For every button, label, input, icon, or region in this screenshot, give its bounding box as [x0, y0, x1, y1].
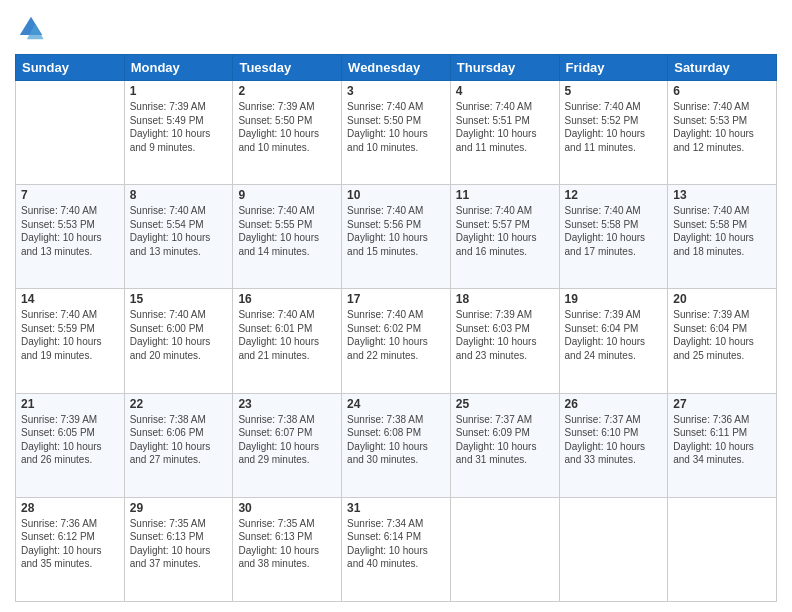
- cell-info: Sunrise: 7:39 AMSunset: 6:03 PMDaylight:…: [456, 308, 554, 362]
- cell-info: Sunrise: 7:40 AMSunset: 5:55 PMDaylight:…: [238, 204, 336, 258]
- cell-info: Sunrise: 7:38 AMSunset: 6:06 PMDaylight:…: [130, 413, 228, 467]
- calendar-cell: 10Sunrise: 7:40 AMSunset: 5:56 PMDayligh…: [342, 185, 451, 289]
- calendar-cell: [450, 497, 559, 601]
- cell-day-number: 27: [673, 397, 771, 411]
- cell-info: Sunrise: 7:40 AMSunset: 6:01 PMDaylight:…: [238, 308, 336, 362]
- calendar-header-row: SundayMondayTuesdayWednesdayThursdayFrid…: [16, 55, 777, 81]
- calendar-cell: 22Sunrise: 7:38 AMSunset: 6:06 PMDayligh…: [124, 393, 233, 497]
- cell-day-number: 29: [130, 501, 228, 515]
- logo: [15, 14, 45, 46]
- calendar-cell: 1Sunrise: 7:39 AMSunset: 5:49 PMDaylight…: [124, 81, 233, 185]
- cell-day-number: 1: [130, 84, 228, 98]
- cell-day-number: 17: [347, 292, 445, 306]
- cell-day-number: 16: [238, 292, 336, 306]
- cell-info: Sunrise: 7:40 AMSunset: 5:54 PMDaylight:…: [130, 204, 228, 258]
- cell-info: Sunrise: 7:39 AMSunset: 6:04 PMDaylight:…: [673, 308, 771, 362]
- cell-info: Sunrise: 7:40 AMSunset: 5:51 PMDaylight:…: [456, 100, 554, 154]
- cell-day-number: 21: [21, 397, 119, 411]
- cell-info: Sunrise: 7:40 AMSunset: 5:53 PMDaylight:…: [21, 204, 119, 258]
- cell-day-number: 8: [130, 188, 228, 202]
- cell-info: Sunrise: 7:40 AMSunset: 5:57 PMDaylight:…: [456, 204, 554, 258]
- cell-day-number: 13: [673, 188, 771, 202]
- logo-icon: [17, 14, 45, 42]
- calendar-cell: 26Sunrise: 7:37 AMSunset: 6:10 PMDayligh…: [559, 393, 668, 497]
- cell-info: Sunrise: 7:37 AMSunset: 6:09 PMDaylight:…: [456, 413, 554, 467]
- cell-day-number: 23: [238, 397, 336, 411]
- calendar-cell: 19Sunrise: 7:39 AMSunset: 6:04 PMDayligh…: [559, 289, 668, 393]
- cell-info: Sunrise: 7:35 AMSunset: 6:13 PMDaylight:…: [130, 517, 228, 571]
- calendar-cell: 6Sunrise: 7:40 AMSunset: 5:53 PMDaylight…: [668, 81, 777, 185]
- calendar-cell: 3Sunrise: 7:40 AMSunset: 5:50 PMDaylight…: [342, 81, 451, 185]
- calendar-page: SundayMondayTuesdayWednesdayThursdayFrid…: [0, 0, 792, 612]
- cell-day-number: 9: [238, 188, 336, 202]
- calendar-header-wednesday: Wednesday: [342, 55, 451, 81]
- cell-info: Sunrise: 7:40 AMSunset: 5:58 PMDaylight:…: [565, 204, 663, 258]
- cell-info: Sunrise: 7:34 AMSunset: 6:14 PMDaylight:…: [347, 517, 445, 571]
- calendar-cell: 16Sunrise: 7:40 AMSunset: 6:01 PMDayligh…: [233, 289, 342, 393]
- cell-info: Sunrise: 7:40 AMSunset: 5:58 PMDaylight:…: [673, 204, 771, 258]
- cell-info: Sunrise: 7:39 AMSunset: 6:04 PMDaylight:…: [565, 308, 663, 362]
- calendar-cell: 31Sunrise: 7:34 AMSunset: 6:14 PMDayligh…: [342, 497, 451, 601]
- calendar-cell: 14Sunrise: 7:40 AMSunset: 5:59 PMDayligh…: [16, 289, 125, 393]
- calendar-cell: 13Sunrise: 7:40 AMSunset: 5:58 PMDayligh…: [668, 185, 777, 289]
- calendar-cell: 23Sunrise: 7:38 AMSunset: 6:07 PMDayligh…: [233, 393, 342, 497]
- calendar-week-row: 21Sunrise: 7:39 AMSunset: 6:05 PMDayligh…: [16, 393, 777, 497]
- calendar-cell: [668, 497, 777, 601]
- cell-info: Sunrise: 7:39 AMSunset: 6:05 PMDaylight:…: [21, 413, 119, 467]
- cell-info: Sunrise: 7:39 AMSunset: 5:50 PMDaylight:…: [238, 100, 336, 154]
- cell-day-number: 6: [673, 84, 771, 98]
- cell-day-number: 14: [21, 292, 119, 306]
- cell-info: Sunrise: 7:36 AMSunset: 6:11 PMDaylight:…: [673, 413, 771, 467]
- cell-day-number: 11: [456, 188, 554, 202]
- calendar-header-friday: Friday: [559, 55, 668, 81]
- calendar-cell: 21Sunrise: 7:39 AMSunset: 6:05 PMDayligh…: [16, 393, 125, 497]
- calendar-cell: 29Sunrise: 7:35 AMSunset: 6:13 PMDayligh…: [124, 497, 233, 601]
- calendar-cell: 24Sunrise: 7:38 AMSunset: 6:08 PMDayligh…: [342, 393, 451, 497]
- cell-day-number: 31: [347, 501, 445, 515]
- calendar-cell: 25Sunrise: 7:37 AMSunset: 6:09 PMDayligh…: [450, 393, 559, 497]
- calendar-cell: 20Sunrise: 7:39 AMSunset: 6:04 PMDayligh…: [668, 289, 777, 393]
- cell-day-number: 24: [347, 397, 445, 411]
- calendar-header-tuesday: Tuesday: [233, 55, 342, 81]
- calendar-cell: 5Sunrise: 7:40 AMSunset: 5:52 PMDaylight…: [559, 81, 668, 185]
- cell-day-number: 7: [21, 188, 119, 202]
- cell-day-number: 4: [456, 84, 554, 98]
- cell-day-number: 15: [130, 292, 228, 306]
- calendar-header-thursday: Thursday: [450, 55, 559, 81]
- calendar-cell: 11Sunrise: 7:40 AMSunset: 5:57 PMDayligh…: [450, 185, 559, 289]
- calendar-week-row: 7Sunrise: 7:40 AMSunset: 5:53 PMDaylight…: [16, 185, 777, 289]
- cell-day-number: 12: [565, 188, 663, 202]
- calendar-week-row: 14Sunrise: 7:40 AMSunset: 5:59 PMDayligh…: [16, 289, 777, 393]
- cell-info: Sunrise: 7:40 AMSunset: 6:00 PMDaylight:…: [130, 308, 228, 362]
- calendar-header-saturday: Saturday: [668, 55, 777, 81]
- cell-info: Sunrise: 7:40 AMSunset: 5:59 PMDaylight:…: [21, 308, 119, 362]
- calendar-week-row: 28Sunrise: 7:36 AMSunset: 6:12 PMDayligh…: [16, 497, 777, 601]
- cell-day-number: 22: [130, 397, 228, 411]
- cell-info: Sunrise: 7:40 AMSunset: 5:50 PMDaylight:…: [347, 100, 445, 154]
- cell-info: Sunrise: 7:36 AMSunset: 6:12 PMDaylight:…: [21, 517, 119, 571]
- cell-day-number: 25: [456, 397, 554, 411]
- calendar-cell: 12Sunrise: 7:40 AMSunset: 5:58 PMDayligh…: [559, 185, 668, 289]
- calendar-cell: 2Sunrise: 7:39 AMSunset: 5:50 PMDaylight…: [233, 81, 342, 185]
- cell-day-number: 20: [673, 292, 771, 306]
- calendar-cell: [559, 497, 668, 601]
- calendar-cell: [16, 81, 125, 185]
- cell-info: Sunrise: 7:40 AMSunset: 5:56 PMDaylight:…: [347, 204, 445, 258]
- calendar-cell: 4Sunrise: 7:40 AMSunset: 5:51 PMDaylight…: [450, 81, 559, 185]
- cell-info: Sunrise: 7:38 AMSunset: 6:07 PMDaylight:…: [238, 413, 336, 467]
- cell-info: Sunrise: 7:38 AMSunset: 6:08 PMDaylight:…: [347, 413, 445, 467]
- calendar-week-row: 1Sunrise: 7:39 AMSunset: 5:49 PMDaylight…: [16, 81, 777, 185]
- cell-info: Sunrise: 7:40 AMSunset: 5:52 PMDaylight:…: [565, 100, 663, 154]
- calendar-cell: 27Sunrise: 7:36 AMSunset: 6:11 PMDayligh…: [668, 393, 777, 497]
- cell-day-number: 30: [238, 501, 336, 515]
- calendar-header-monday: Monday: [124, 55, 233, 81]
- calendar-cell: 18Sunrise: 7:39 AMSunset: 6:03 PMDayligh…: [450, 289, 559, 393]
- calendar-cell: 28Sunrise: 7:36 AMSunset: 6:12 PMDayligh…: [16, 497, 125, 601]
- header: [15, 10, 777, 46]
- calendar-cell: 17Sunrise: 7:40 AMSunset: 6:02 PMDayligh…: [342, 289, 451, 393]
- cell-day-number: 3: [347, 84, 445, 98]
- calendar-cell: 7Sunrise: 7:40 AMSunset: 5:53 PMDaylight…: [16, 185, 125, 289]
- cell-day-number: 28: [21, 501, 119, 515]
- calendar-cell: 15Sunrise: 7:40 AMSunset: 6:00 PMDayligh…: [124, 289, 233, 393]
- calendar-cell: 30Sunrise: 7:35 AMSunset: 6:13 PMDayligh…: [233, 497, 342, 601]
